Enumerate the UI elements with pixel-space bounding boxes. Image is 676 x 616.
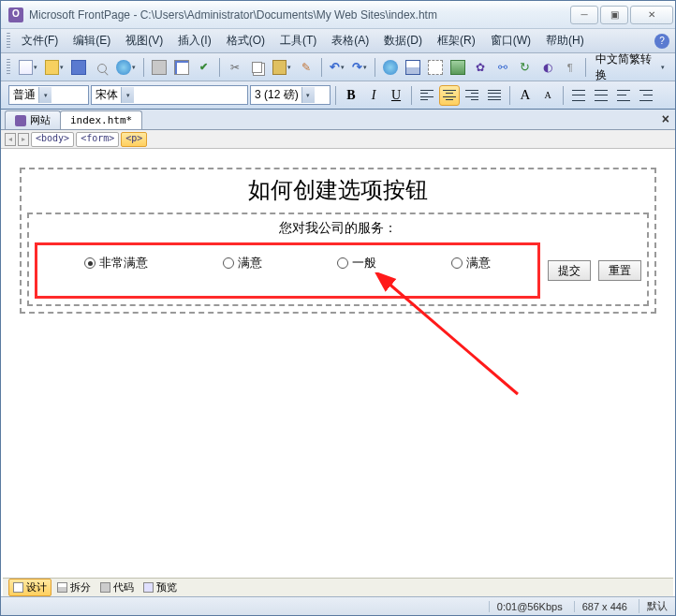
- submit-button[interactable]: 提交: [548, 260, 591, 281]
- search-button[interactable]: [91, 57, 111, 78]
- convert-button[interactable]: 中文简繁转换▾: [591, 57, 669, 78]
- grow-font-button[interactable]: A: [515, 85, 536, 106]
- size-combo[interactable]: 3 (12 磅)▾: [250, 85, 331, 105]
- globe-icon: [116, 60, 130, 75]
- preview-button[interactable]: [171, 57, 192, 78]
- italic-button[interactable]: I: [363, 85, 384, 106]
- menu-file[interactable]: 文件(F): [14, 30, 66, 51]
- format-painter-button[interactable]: ✎: [296, 57, 316, 78]
- spell-button[interactable]: ✔: [194, 57, 214, 78]
- pilcrow-icon: ¶: [567, 62, 573, 73]
- align-justify-button[interactable]: [484, 85, 505, 106]
- insert-layer-button[interactable]: [425, 57, 446, 78]
- underline-button[interactable]: U: [386, 85, 406, 106]
- print-icon: [152, 60, 167, 75]
- tag-p[interactable]: <p>: [121, 132, 147, 147]
- tab-close-button[interactable]: ×: [662, 111, 669, 126]
- align-left-icon: [420, 90, 434, 101]
- open-button[interactable]: ▾: [42, 57, 66, 78]
- highlight-box: 非常满意 满意 一般 满意: [35, 242, 540, 299]
- view-label: 拆分: [70, 580, 91, 594]
- menu-window[interactable]: 窗口(W): [483, 30, 538, 51]
- show-all-button[interactable]: ¶: [560, 57, 580, 78]
- menu-help[interactable]: 帮助(H): [538, 30, 592, 51]
- tab-index[interactable]: index.htm*: [60, 110, 142, 129]
- menubar: 文件(F) 编辑(E) 视图(V) 插入(I) 格式(O) 工具(T) 表格(A…: [1, 29, 675, 53]
- stop-button[interactable]: ◐: [537, 57, 558, 78]
- radio-option-2[interactable]: 满意: [223, 255, 262, 271]
- radio-option-4[interactable]: 满意: [451, 255, 491, 271]
- outdent-button[interactable]: [613, 85, 634, 106]
- menu-data[interactable]: 数据(D): [376, 30, 430, 51]
- save-button[interactable]: [68, 57, 89, 78]
- bullet-list-button[interactable]: [591, 85, 611, 106]
- separator: [219, 58, 220, 77]
- publish-button[interactable]: ▾: [113, 57, 138, 78]
- search-icon: [97, 64, 107, 73]
- view-code[interactable]: 代码: [96, 579, 138, 595]
- align-right-button[interactable]: [462, 85, 482, 106]
- drawing-button[interactable]: ✿: [470, 57, 491, 78]
- grip-icon: [7, 59, 10, 76]
- paste-button[interactable]: ▾: [270, 57, 294, 78]
- tag-body[interactable]: <body>: [31, 132, 74, 147]
- menu-format[interactable]: 格式(O): [219, 30, 272, 51]
- split-icon: [57, 582, 67, 593]
- menu-tools[interactable]: 工具(T): [272, 30, 324, 51]
- grip-icon: [7, 33, 10, 50]
- copy-button[interactable]: [247, 57, 268, 78]
- question-text[interactable]: 您对我公司的服务：: [35, 220, 641, 237]
- nav-next-button[interactable]: ▸: [18, 133, 29, 146]
- help-icon[interactable]: ?: [654, 34, 669, 49]
- style-combo[interactable]: 普通▾: [8, 85, 89, 105]
- radio-label: 一般: [352, 255, 376, 271]
- shrink-font-button[interactable]: A: [537, 85, 558, 106]
- menu-edit[interactable]: 编辑(E): [66, 30, 118, 51]
- print-button[interactable]: [149, 57, 169, 78]
- view-switcher: 设计 拆分 代码 预览: [3, 578, 673, 596]
- bold-button[interactable]: B: [341, 85, 361, 106]
- page-heading[interactable]: 如何创建选项按钮: [27, 175, 649, 205]
- minimize-button[interactable]: ─: [570, 6, 598, 24]
- numbered-list-button[interactable]: [568, 85, 589, 106]
- view-label: 设计: [26, 580, 47, 594]
- insert-table-button[interactable]: [403, 57, 423, 78]
- radio-option-1[interactable]: 非常满意: [84, 255, 148, 271]
- radio-option-3[interactable]: 一般: [337, 255, 376, 271]
- form-outline: 您对我公司的服务： 非常满意 满意 一般 满意 提交 重置: [27, 213, 649, 306]
- view-split[interactable]: 拆分: [53, 579, 95, 595]
- menu-frame[interactable]: 框架(R): [430, 30, 483, 51]
- cut-icon: ✂: [230, 61, 240, 74]
- insert-picture-button[interactable]: [448, 57, 468, 78]
- image-icon: [450, 60, 465, 75]
- close-button[interactable]: ✕: [630, 6, 673, 24]
- maximize-button[interactable]: ▣: [600, 6, 628, 24]
- cut-button[interactable]: ✂: [225, 57, 245, 78]
- reset-button[interactable]: 重置: [598, 260, 641, 281]
- view-preview[interactable]: 预览: [140, 579, 181, 595]
- align-center-button[interactable]: [439, 85, 460, 106]
- align-justify-icon: [488, 90, 501, 101]
- separator: [143, 58, 144, 77]
- nav-prev-button[interactable]: ◂: [5, 133, 16, 146]
- tab-website[interactable]: 网站: [5, 110, 61, 129]
- undo-icon: ↶: [330, 60, 340, 74]
- undo-button[interactable]: ↶▾: [327, 57, 347, 78]
- redo-button[interactable]: ↷▾: [349, 57, 370, 78]
- align-left-button[interactable]: [417, 85, 437, 106]
- indent-button[interactable]: [636, 85, 656, 106]
- editor-canvas[interactable]: 如何创建选项按钮 您对我公司的服务： 非常满意 满意 一般 满意 提交 重置: [3, 151, 673, 576]
- menu-view[interactable]: 视图(V): [118, 30, 170, 51]
- menu-insert[interactable]: 插入(I): [170, 30, 218, 51]
- refresh-button[interactable]: ↻: [515, 57, 536, 78]
- font-combo[interactable]: 宋体▾: [91, 85, 248, 105]
- hyperlink-button[interactable]: ⚯: [492, 57, 513, 78]
- view-design[interactable]: 设计: [8, 579, 51, 596]
- new-button[interactable]: ▾: [16, 57, 40, 78]
- tag-form[interactable]: <form>: [76, 132, 119, 147]
- web-component-button[interactable]: [380, 57, 401, 78]
- view-label: 预览: [156, 580, 177, 594]
- document-tabs: 网站 index.htm* ×: [1, 110, 675, 130]
- align-center-icon: [443, 90, 456, 101]
- menu-table[interactable]: 表格(A): [324, 30, 376, 51]
